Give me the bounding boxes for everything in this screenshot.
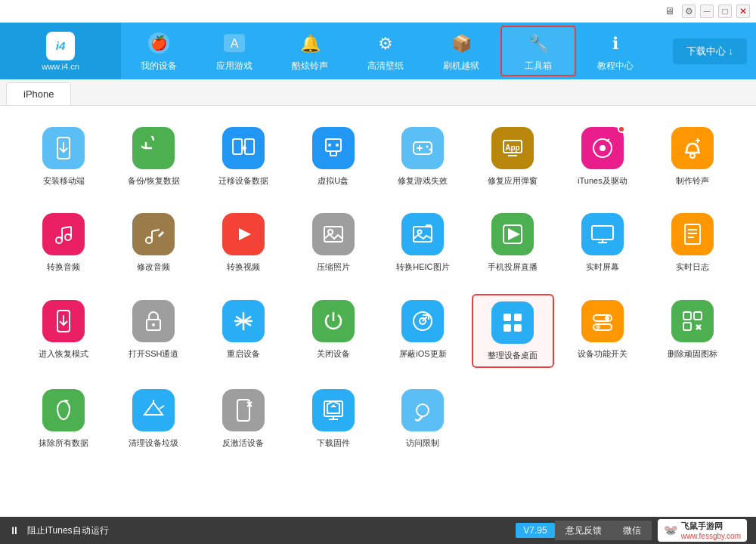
tool-icon-block-ios-update xyxy=(401,300,444,342)
svg-point-80 xyxy=(596,325,600,329)
nav-item-jailbreak[interactable]: 📦 刷机越狱 xyxy=(423,23,499,79)
svg-point-34 xyxy=(65,234,71,240)
brand-url: www.fessgby.com xyxy=(681,532,741,540)
svg-rect-15 xyxy=(330,151,336,156)
tool-label-block-ios-update: 屏蔽iOS更新 xyxy=(399,348,446,359)
tool-item-deactivate[interactable]: 反激活设备 xyxy=(203,383,285,454)
tool-icon-clean-junk xyxy=(132,389,175,431)
tool-item-open-ssh[interactable]: 打开SSH通道 xyxy=(113,294,195,368)
svg-line-88 xyxy=(160,406,164,409)
nav-item-my-device[interactable]: 🍎 我的设备 xyxy=(121,23,197,79)
tool-icon-open-ssh xyxy=(132,300,175,342)
tool-label-migrate-data: 迁移设备数据 xyxy=(218,175,268,186)
tool-item-realtime-log[interactable]: 实时日志 xyxy=(651,207,733,278)
tool-item-realtime-screen[interactable]: 实时屏幕 xyxy=(562,207,644,278)
feedback-button[interactable]: 意见反馈 xyxy=(555,521,612,540)
svg-rect-83 xyxy=(683,323,691,330)
nav-item-app-games[interactable]: A 应用游戏 xyxy=(197,23,272,79)
tool-icon-migrate-data xyxy=(222,127,265,169)
tool-label-install-mobile: 安装移动端 xyxy=(43,175,85,186)
tool-item-edit-audio[interactable]: 修改音频 xyxy=(113,207,195,278)
tool-label-device-func-switch: 设备功能开关 xyxy=(578,348,627,359)
tool-item-clean-junk[interactable]: 清理设备垃圾 xyxy=(113,383,195,454)
tool-item-fix-app-crash[interactable]: App修复应用弹窗 xyxy=(472,121,554,192)
svg-marker-94 xyxy=(330,404,336,407)
tool-icon-convert-audio xyxy=(42,213,85,255)
header: i4 www.i4.cn 🍎 我的设备 A 应用游戏 🔔 酷炫铃声 ⚙ 高清壁纸… xyxy=(0,23,756,79)
tool-item-recovery-mode[interactable]: 进入恢复模式 xyxy=(23,294,105,368)
tool-icon-download-firmware xyxy=(312,389,355,431)
nav-item-ringtones[interactable]: 🔔 酷炫铃声 xyxy=(272,23,348,79)
nav-label-toolbox: 工具箱 xyxy=(525,60,552,73)
tool-item-device-func-switch[interactable]: 设备功能开关 xyxy=(562,294,644,368)
svg-line-98 xyxy=(418,416,423,421)
tool-item-migrate-data[interactable]: 迁移设备数据 xyxy=(203,121,285,192)
tool-item-make-ringtone[interactable]: 制作铃声 xyxy=(651,121,733,192)
tool-label-erase-all-data: 抹除所有数据 xyxy=(39,437,88,448)
download-button[interactable]: 下载中心 ↓ xyxy=(673,39,747,64)
tool-item-download-firmware[interactable]: 下载固件 xyxy=(292,383,374,454)
nav-item-tutorial[interactable]: ℹ 教程中心 xyxy=(578,23,653,79)
tool-item-access-restriction[interactable]: 访问限制 xyxy=(382,383,464,454)
tool-label-clean-junk: 清理设备垃圾 xyxy=(129,437,178,448)
wechat-button[interactable]: 微信 xyxy=(612,521,652,540)
tool-label-backup-restore: 备份/恢复数据 xyxy=(128,175,180,186)
tool-item-fix-games[interactable]: 修复游戏失效 xyxy=(382,121,464,192)
tool-label-fix-games: 修复游戏失效 xyxy=(398,175,448,186)
nav-icon-jailbreak: 📦 xyxy=(448,29,475,57)
brand-logo: 🐭 飞鼠手游网 www.fessgby.com xyxy=(658,519,747,542)
maximize-button[interactable]: □ xyxy=(718,5,732,18)
svg-line-40 xyxy=(152,230,160,231)
tool-item-delete-stubborn-icon[interactable]: 删除顽固图标 xyxy=(651,294,733,368)
svg-text:🔧: 🔧 xyxy=(528,33,550,54)
svg-rect-11 xyxy=(233,139,242,154)
svg-rect-42 xyxy=(324,227,342,242)
brand-text-wrap: 飞鼠手游网 www.fessgby.com xyxy=(681,521,741,540)
svg-rect-44 xyxy=(414,227,432,242)
tool-label-delete-stubborn-icon: 删除顽固图标 xyxy=(668,348,717,359)
tool-item-backup-restore[interactable]: 备份/恢复数据 xyxy=(113,121,195,192)
minimize-button[interactable]: ─ xyxy=(700,5,714,18)
nav-label-my-device: 我的设备 xyxy=(141,60,177,73)
svg-point-43 xyxy=(328,230,333,234)
tool-icon-screen-stream xyxy=(491,213,534,255)
tool-item-block-ios-update[interactable]: 屏蔽iOS更新 xyxy=(382,294,464,368)
tool-item-restart-device[interactable]: 重启设备 xyxy=(203,294,285,368)
tool-item-itunes-driver[interactable]: iTunes及驱动 xyxy=(562,121,644,192)
tool-item-convert-heic[interactable]: 转换HEIC图片 xyxy=(382,207,464,278)
nav-icon-my-device: 🍎 xyxy=(145,29,172,57)
main-content: 安装移动端备份/恢复数据迁移设备数据虚拟U盘修复游戏失效App修复应用弹窗iTu… xyxy=(0,106,756,517)
tool-label-shutdown-device: 关闭设备 xyxy=(317,348,350,359)
tool-item-shutdown-device[interactable]: 关闭设备 xyxy=(292,294,374,368)
nav-icon-wallpaper: ⚙ xyxy=(372,29,399,57)
svg-marker-46 xyxy=(508,228,520,240)
tool-item-convert-video[interactable]: 转换视频 xyxy=(203,207,285,278)
tool-label-edit-audio: 修改音频 xyxy=(137,261,170,272)
tool-icon-organize-desktop xyxy=(491,301,534,344)
svg-marker-41 xyxy=(239,228,251,240)
tool-item-organize-desktop[interactable]: 整理设备桌面 xyxy=(472,294,554,368)
tool-label-convert-video: 转换视频 xyxy=(227,261,260,272)
nav-item-wallpaper[interactable]: ⚙ 高清壁纸 xyxy=(348,23,423,79)
tool-item-screen-stream[interactable]: 手机投屏直播 xyxy=(472,207,554,278)
nav-item-toolbox[interactable]: 🔧 工具箱 xyxy=(500,26,576,76)
tool-label-access-restriction: 访问限制 xyxy=(406,437,439,448)
svg-text:🍎: 🍎 xyxy=(150,35,168,51)
logo-url: www.i4.cn xyxy=(42,62,79,71)
tool-icon-erase-all-data xyxy=(42,389,85,431)
tool-label-compress-photo: 压缩照片 xyxy=(317,261,350,272)
tab-iphone-tab[interactable]: iPhone xyxy=(6,82,71,105)
svg-point-22 xyxy=(429,149,432,151)
tool-item-install-mobile[interactable]: 安装移动端 xyxy=(23,121,105,192)
tool-item-compress-photo[interactable]: 压缩照片 xyxy=(292,207,374,278)
tool-item-erase-all-data[interactable]: 抹除所有数据 xyxy=(23,383,105,454)
tool-item-virtual-udisk[interactable]: 虚拟U盘 xyxy=(292,121,374,192)
settings-button[interactable]: ⚙ xyxy=(682,5,696,18)
tool-icon-install-mobile xyxy=(42,127,85,169)
close-button[interactable]: ✕ xyxy=(736,5,750,18)
tool-grid: 安装移动端备份/恢复数据迁移设备数据虚拟U盘修复游戏失效App修复应用弹窗iTu… xyxy=(23,121,733,454)
nav-items: 🍎 我的设备 A 应用游戏 🔔 酷炫铃声 ⚙ 高清壁纸 📦 刷机越狱 🔧 工具箱… xyxy=(121,23,673,79)
tool-icon-itunes-driver xyxy=(581,127,624,169)
tool-item-convert-audio[interactable]: 转换音频 xyxy=(23,207,105,278)
svg-point-21 xyxy=(426,146,429,148)
